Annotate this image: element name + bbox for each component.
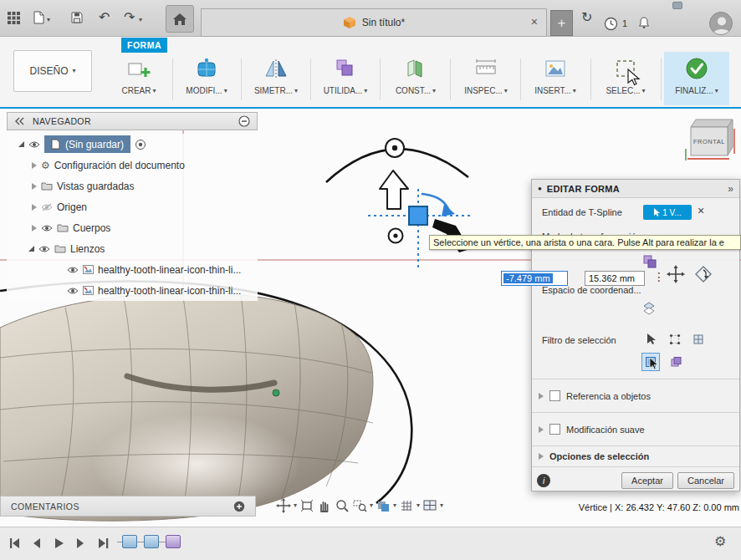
visibility-eye-icon[interactable] xyxy=(67,266,79,274)
window-share-icon[interactable] xyxy=(672,2,682,9)
workspace-selector-button[interactable]: DISEÑO ▾ xyxy=(13,50,92,92)
browser-panel-header[interactable]: NAVEGADOR xyxy=(7,112,258,130)
entity-selection-chip[interactable]: 1 V... xyxy=(643,205,692,220)
expand-comments-icon[interactable] xyxy=(233,501,245,512)
ribbon-group-modify[interactable]: MODIFI...▾ xyxy=(174,53,239,95)
tree-row-canvas-1[interactable]: healthy-tooth-linear-icon-thin-li... xyxy=(7,259,258,280)
notification-bell-icon[interactable] xyxy=(637,16,651,30)
manipulator-input-y[interactable]: 15.362 mm xyxy=(585,271,645,286)
undo-icon[interactable]: ↶ xyxy=(99,9,110,25)
new-tab-button[interactable]: + xyxy=(550,10,573,36)
selection-options-section[interactable]: Opciones de selección xyxy=(532,445,739,467)
filter-cursor-icon[interactable] xyxy=(644,332,659,347)
orbit-caret-icon[interactable]: ▾ xyxy=(294,502,297,509)
soft-modification-checkbox[interactable] xyxy=(549,424,560,435)
filter-vertex-icon[interactable] xyxy=(667,332,682,347)
pan-hand-icon[interactable] xyxy=(317,498,332,513)
tree-row-canvas-2[interactable]: healthy-tooth-linear-icon-thin-li... xyxy=(7,280,258,301)
snap-to-objects-section[interactable]: Referencia a objetos xyxy=(532,379,739,412)
tree-row-origin[interactable]: Origen xyxy=(7,196,258,217)
visibility-eye-icon[interactable] xyxy=(38,245,50,253)
expanded-arrow-icon[interactable] xyxy=(28,246,34,252)
ribbon-group-select[interactable]: SELEC...▾ xyxy=(593,53,658,95)
redo-icon[interactable]: ↷ xyxy=(124,9,135,25)
viewports-caret-icon[interactable]: ▾ xyxy=(440,502,443,509)
section-collapsed-arrow-icon[interactable] xyxy=(539,426,544,433)
tree-row-bodies[interactable]: Cuerpos xyxy=(7,217,258,238)
orbit-pan-icon[interactable] xyxy=(276,498,291,513)
grid-settings-icon[interactable] xyxy=(399,498,414,513)
tab-close-icon[interactable]: × xyxy=(531,15,538,28)
coordinate-space-icon[interactable] xyxy=(640,300,658,318)
file-menu-caret-icon[interactable]: ▾ xyxy=(47,17,50,23)
tree-row-document-settings[interactable]: ⚙ Configuración del documento xyxy=(7,155,258,176)
tree-row-canvases[interactable]: Lienzos xyxy=(7,238,258,259)
transform-mode-icon[interactable] xyxy=(641,253,658,270)
selected-root-item[interactable]: (Sin guardar) xyxy=(44,135,130,153)
ribbon-group-symmetry[interactable]: SIMETR...▾ xyxy=(243,53,309,95)
filter-edge-icon[interactable] xyxy=(691,332,706,347)
view-cube[interactable]: FRONTAL xyxy=(681,114,738,164)
active-component-radio-icon[interactable] xyxy=(135,139,146,150)
expanded-arrow-icon[interactable] xyxy=(18,141,24,147)
document-tab[interactable]: Sin título* × xyxy=(201,8,547,37)
visibility-off-eye-icon[interactable] xyxy=(41,203,53,211)
soft-modification-section[interactable]: Modificación suave xyxy=(532,412,739,445)
ribbon-group-construct[interactable]: CONST...▾ xyxy=(383,53,448,95)
save-icon[interactable] xyxy=(70,11,84,24)
zoom-icon[interactable] xyxy=(335,498,350,513)
collapse-panel-icon[interactable] xyxy=(14,117,26,125)
play-icon[interactable] xyxy=(50,536,67,551)
visibility-eye-icon[interactable] xyxy=(67,287,79,295)
collapsed-arrow-icon[interactable] xyxy=(32,183,37,190)
manipulator-input-x[interactable]: -7.479 mm xyxy=(501,271,568,286)
zoom-window-icon[interactable] xyxy=(352,498,367,513)
timeline-feature-canvas-1[interactable] xyxy=(122,535,137,548)
ribbon-group-utilities[interactable]: UTILIDA...▾ xyxy=(313,53,378,95)
comments-bar[interactable]: COMENTARIOS xyxy=(0,496,256,517)
step-forward-icon[interactable] xyxy=(72,536,89,551)
clear-selection-icon[interactable]: × xyxy=(698,204,704,217)
section-collapsed-arrow-icon[interactable] xyxy=(539,393,544,400)
home-view-button[interactable] xyxy=(166,5,194,33)
input-options-kebab-icon[interactable]: ⋮ xyxy=(653,270,665,283)
dialog-header[interactable]: ● EDITAR FORMA » xyxy=(532,180,739,198)
tree-row-root-component[interactable]: (Sin guardar) xyxy=(7,134,258,155)
clock-icon[interactable] xyxy=(604,17,618,31)
filter-body-icon[interactable] xyxy=(667,353,685,371)
timeline-feature-form[interactable] xyxy=(166,535,181,548)
collapsed-arrow-icon[interactable] xyxy=(32,162,37,169)
redo-caret-icon[interactable]: ▾ xyxy=(139,17,142,23)
ribbon-group-inspect[interactable]: INSPEC...▾ xyxy=(453,53,519,95)
cancel-button[interactable]: Cancelar xyxy=(677,472,734,489)
timeline-feature-canvas-2[interactable] xyxy=(144,535,159,548)
zoom-window-caret-icon[interactable]: ▾ xyxy=(370,502,373,509)
display-settings-caret-icon[interactable]: ▾ xyxy=(393,502,396,509)
timeline-settings-gear-icon[interactable]: ⚙ xyxy=(714,535,726,548)
info-icon[interactable]: i xyxy=(537,474,550,487)
collapsed-arrow-icon[interactable] xyxy=(32,204,37,211)
file-menu-icon[interactable] xyxy=(33,11,44,24)
fit-view-icon[interactable] xyxy=(299,498,314,513)
move-manipulator-icon[interactable] xyxy=(667,265,685,287)
collapsed-arrow-icon[interactable] xyxy=(32,225,37,232)
tab-forma[interactable]: FORMA xyxy=(121,38,167,53)
display-settings-icon[interactable] xyxy=(376,498,391,513)
step-back-icon[interactable] xyxy=(28,536,45,551)
snap-to-objects-checkbox[interactable] xyxy=(549,390,560,401)
user-avatar[interactable] xyxy=(709,12,733,35)
go-to-start-icon[interactable] xyxy=(7,536,23,551)
job-status-icon[interactable]: ↻ xyxy=(581,9,592,25)
expand-dialog-icon[interactable]: » xyxy=(728,183,733,195)
ribbon-group-finish-form[interactable]: FINALIZ...▾ xyxy=(664,52,729,105)
app-grid-menu-icon[interactable] xyxy=(7,11,21,25)
section-collapsed-arrow-icon[interactable] xyxy=(539,453,544,460)
ribbon-group-create[interactable]: CREAR▾ xyxy=(106,53,171,95)
accept-button[interactable]: Aceptar xyxy=(621,472,673,489)
visibility-eye-icon[interactable] xyxy=(28,140,40,149)
ribbon-group-insert[interactable]: INSERT...▾ xyxy=(523,53,588,95)
tree-row-named-views[interactable]: Vistas guardadas xyxy=(7,176,258,196)
grid-caret-icon[interactable]: ▾ xyxy=(416,502,420,509)
minimize-panel-icon[interactable] xyxy=(238,115,250,127)
orientation-manipulator-icon[interactable] xyxy=(694,265,713,287)
